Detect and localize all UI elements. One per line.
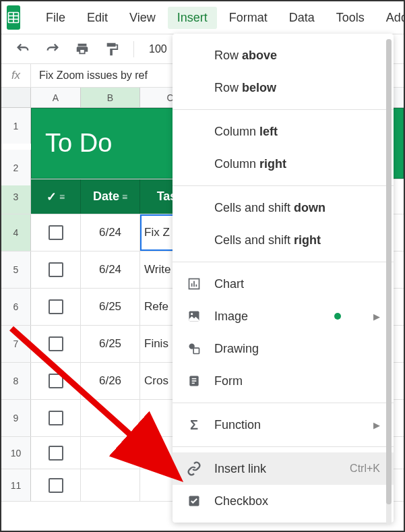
menu-view[interactable]: View — [120, 7, 165, 29]
date-cell[interactable]: 6/25 — [81, 289, 140, 325]
row-header-4[interactable]: 4 — [1, 214, 31, 251]
insert-image[interactable]: Image ▶ — [173, 300, 394, 332]
submenu-arrow-icon: ▶ — [373, 312, 380, 322]
checkbox-cell[interactable] — [31, 400, 81, 436]
green-dot-indicator — [334, 313, 341, 320]
insert-checkbox[interactable]: Checkbox — [173, 485, 394, 517]
date-cell[interactable] — [81, 437, 140, 469]
row-2-header-only: 2 — [1, 150, 31, 185]
date-cell[interactable]: 6/25 — [81, 326, 140, 362]
insert-chart[interactable]: Chart — [173, 268, 394, 300]
date-cell[interactable] — [81, 469, 140, 501]
dropdown-separator — [173, 185, 394, 186]
row-header-10[interactable]: 10 — [1, 437, 31, 469]
checkbox-cell[interactable] — [31, 363, 81, 399]
filter-icon[interactable]: ≡ — [59, 191, 65, 202]
header-date-label: Date — [93, 189, 119, 204]
menu-file[interactable]: File — [36, 7, 75, 29]
image-icon — [186, 309, 202, 323]
insert-drawing[interactable]: Drawing — [173, 332, 394, 365]
checkbox-cell[interactable] — [31, 437, 81, 469]
check-icon: ✓ — [46, 189, 57, 204]
insert-row-above[interactable]: Row above — [173, 39, 394, 71]
dropdown-separator — [173, 262, 394, 262]
select-all-corner[interactable] — [1, 88, 31, 107]
checkbox-icon[interactable] — [49, 336, 63, 351]
svg-rect-11 — [193, 348, 199, 353]
header-date[interactable]: Date ≡ — [81, 179, 140, 214]
row-header-11[interactable]: 11 — [1, 469, 31, 501]
insert-cells-shift-down[interactable]: Cells and shift down — [173, 191, 394, 224]
dropdown-scrollbar[interactable] — [386, 39, 392, 525]
shortcut-label: Ctrl+K — [350, 463, 380, 475]
submenu-arrow-icon: ▶ — [373, 420, 380, 430]
redo-icon[interactable] — [40, 37, 65, 61]
menu-tools[interactable]: Tools — [327, 7, 374, 29]
col-header-a[interactable]: A — [31, 88, 81, 107]
svg-point-9 — [191, 313, 193, 315]
print-icon[interactable] — [70, 37, 94, 61]
insert-function[interactable]: Σ Function ▶ — [173, 409, 394, 441]
checkbox-cell[interactable] — [31, 469, 81, 501]
link-icon — [186, 461, 202, 476]
paint-format-icon[interactable] — [100, 37, 124, 61]
form-icon — [186, 374, 202, 388]
checkbox-icon[interactable] — [49, 411, 63, 425]
checkbox-icon[interactable] — [49, 225, 63, 240]
menu-edit[interactable]: Edit — [77, 7, 117, 29]
chart-icon — [186, 277, 202, 291]
checkbox-icon[interactable] — [49, 299, 63, 314]
checkbox-icon[interactable] — [49, 478, 63, 493]
checkbox-cell[interactable] — [31, 214, 81, 251]
drawing-icon — [186, 342, 202, 355]
menubar: File Edit View Insert Format Data Tools … — [1, 1, 404, 34]
undo-icon[interactable] — [11, 37, 35, 61]
date-cell[interactable] — [81, 400, 140, 436]
date-cell[interactable]: 6/24 — [81, 214, 140, 251]
menu-data[interactable]: Data — [280, 7, 324, 29]
zoom-level[interactable]: 100 — [144, 43, 173, 55]
row-header-7[interactable]: 7 — [1, 326, 31, 362]
dropdown-separator — [173, 446, 394, 447]
insert-form[interactable]: Form — [173, 365, 394, 397]
insert-cells-shift-right[interactable]: Cells and shift right — [173, 224, 394, 256]
sheets-logo-icon[interactable] — [7, 5, 20, 30]
menu-format[interactable]: Format — [220, 7, 277, 29]
toolbar-separator — [133, 41, 134, 57]
row-header-5[interactable]: 5 — [1, 252, 31, 288]
checkbox-cell[interactable] — [31, 252, 81, 288]
menu-addons[interactable]: Add — [377, 7, 405, 29]
filter-icon[interactable]: ≡ — [122, 191, 127, 202]
checkbox-icon[interactable] — [49, 446, 63, 461]
checkbox-cell[interactable] — [31, 326, 81, 362]
insert-row-below[interactable]: Row below — [173, 71, 394, 104]
insert-column-right[interactable]: Column right — [173, 148, 394, 180]
row-header-2[interactable]: 2 — [1, 150, 31, 185]
insert-dropdown: Row above Row below Column left Column r… — [173, 34, 394, 523]
date-cell[interactable]: 6/26 — [81, 363, 140, 399]
dropdown-separator — [173, 109, 394, 110]
row-header-8[interactable]: 8 — [1, 363, 31, 399]
checkbox-icon — [186, 494, 202, 508]
header-checkbox[interactable]: ✓ ≡ — [31, 179, 81, 214]
row-header-9[interactable]: 9 — [1, 400, 31, 436]
checkbox-cell[interactable] — [31, 289, 81, 325]
dropdown-separator — [173, 403, 394, 403]
menu-insert[interactable]: Insert — [168, 7, 217, 29]
col-header-b[interactable]: B — [81, 88, 140, 107]
function-icon: Σ — [186, 417, 202, 433]
insert-link[interactable]: Insert link Ctrl+K — [173, 452, 394, 485]
row-header-1[interactable]: 1 — [1, 108, 31, 144]
date-cell[interactable]: 6/24 — [81, 252, 140, 288]
checkbox-icon[interactable] — [49, 374, 63, 388]
row-header-6[interactable]: 6 — [1, 289, 31, 325]
insert-column-left[interactable]: Column left — [173, 115, 394, 148]
fx-label: fx — [1, 64, 31, 87]
checkbox-icon[interactable] — [49, 262, 63, 277]
